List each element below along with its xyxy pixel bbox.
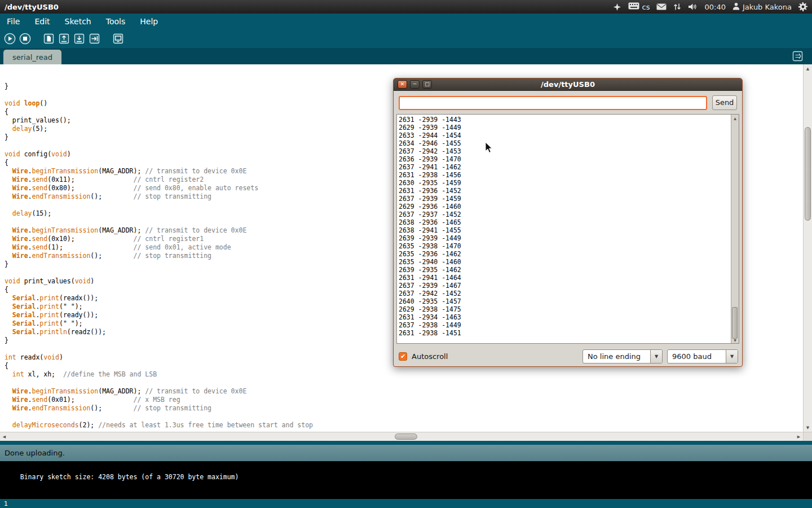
close-icon[interactable]: ✕ xyxy=(398,80,407,89)
scrollbar-corner xyxy=(803,432,812,441)
chevron-down-icon[interactable]: ▼ xyxy=(650,350,662,363)
code-line: Wire.send(0x01); // x MSB reg xyxy=(5,396,803,404)
volume-icon[interactable] xyxy=(688,3,698,11)
menu-help[interactable]: Help xyxy=(140,17,158,26)
code-line xyxy=(5,413,803,421)
tab-label: serial_read xyxy=(12,53,52,62)
serial-input-row: Send xyxy=(394,91,742,110)
autoscroll-label: Autoscroll xyxy=(412,352,448,361)
separator-strip xyxy=(0,441,812,445)
session-gear-icon[interactable] xyxy=(798,2,807,11)
serial-line: 2639 -2939 -1449 xyxy=(399,234,731,242)
serial-line: 2631 -2939 -1443 xyxy=(399,116,731,124)
serial-input[interactable] xyxy=(399,96,707,110)
menubar: File Edit Sketch Tools Help xyxy=(0,14,812,29)
scroll-left-arrow-icon[interactable]: ◀ xyxy=(0,432,8,441)
line-ending-dropdown[interactable]: No line ending ▼ xyxy=(582,349,663,364)
panel-window-title: /dev/ttyUSB0 xyxy=(5,3,59,11)
scroll-up-arrow-icon[interactable]: ▲ xyxy=(731,115,739,121)
serial-line: 2631 -2938 -1451 xyxy=(399,329,731,337)
menu-edit[interactable]: Edit xyxy=(34,17,50,26)
user-icon xyxy=(732,2,740,12)
serial-line: 2637 -2938 -1449 xyxy=(399,321,731,329)
editor-vertical-scrollbar[interactable]: ▲ ▼ xyxy=(803,64,812,432)
keyboard-icon xyxy=(628,2,639,11)
serial-monitor-controls: ✔ Autoscroll No line ending ▼ 9600 baud … xyxy=(396,348,739,365)
top-panel: /dev/ttyUSB0 cs 00:40 xyxy=(0,0,812,14)
line-number-bar: 1 xyxy=(0,499,812,508)
serial-line: 2635 -2940 -1460 xyxy=(399,258,731,266)
console-output: Binary sketch size: 4208 bytes (of a 307… xyxy=(0,461,812,499)
code-line: Wire.beginTransmission(MAG_ADDR); // tra… xyxy=(5,387,803,396)
new-sketch-button[interactable] xyxy=(43,33,55,45)
serial-line: 2631 -2936 -1452 xyxy=(399,187,731,195)
status-text: Done uploading. xyxy=(5,449,65,457)
tabbar: serial_read xyxy=(0,48,812,64)
serial-line: 2637 -2942 -1452 xyxy=(399,290,731,297)
serial-line: 2631 -2934 -1463 xyxy=(399,313,731,321)
mouse-cursor xyxy=(485,142,493,156)
baud-rate-value: 9600 baud xyxy=(668,350,726,363)
chevron-down-icon[interactable]: ▼ xyxy=(726,350,738,363)
window-controls: ✕ ─ □ xyxy=(398,80,432,89)
serial-monitor-window: /dev/ttyUSB0 ✕ ─ □ Send 2631 -2939 -1443… xyxy=(393,78,743,367)
serial-line: 2629 -2938 -1475 xyxy=(399,305,731,313)
network-transfer-icon[interactable] xyxy=(673,3,681,11)
serial-line: 2636 -2939 -1470 xyxy=(399,155,731,163)
serial-scroll-thumb[interactable] xyxy=(732,307,738,339)
serial-monitor-button[interactable] xyxy=(112,33,124,45)
serial-line: 2631 -2938 -1456 xyxy=(399,171,731,179)
code-line: delayMicroseconds(2); //needs at least 1… xyxy=(5,421,803,430)
open-sketch-button[interactable] xyxy=(58,33,70,45)
editor-hscroll-thumb[interactable] xyxy=(395,433,417,440)
scroll-down-arrow-icon[interactable]: ▼ xyxy=(731,336,739,343)
keyboard-layout-label: cs xyxy=(642,3,650,11)
tab-serial-read[interactable]: serial_read xyxy=(3,50,61,64)
stop-button[interactable] xyxy=(19,33,31,45)
upload-button[interactable] xyxy=(89,33,100,45)
panel-indicators: cs 00:40 Jakub Kakona xyxy=(613,2,807,12)
editor-horizontal-scrollbar[interactable]: ◀ ▶ xyxy=(0,432,803,441)
tab-menu-button[interactable] xyxy=(792,51,803,62)
mail-icon[interactable] xyxy=(656,3,667,10)
line-number: 1 xyxy=(4,500,8,507)
indicator-icon[interactable] xyxy=(613,3,621,11)
serial-line: 2634 -2946 -1455 xyxy=(399,139,731,147)
minimize-icon[interactable]: ─ xyxy=(410,80,420,89)
serial-line: 2629 -2936 -1460 xyxy=(399,203,731,211)
serial-line: 2638 -2941 -1455 xyxy=(399,226,731,234)
serial-line: 2637 -2942 -1453 xyxy=(399,147,731,155)
user-menu[interactable]: Jakub Kakona xyxy=(732,2,792,12)
clock-indicator[interactable]: 00:40 xyxy=(704,3,725,11)
scroll-down-arrow-icon[interactable]: ▼ xyxy=(804,423,812,432)
verify-button[interactable] xyxy=(4,33,16,45)
serial-line: 2629 -2939 -1449 xyxy=(399,124,731,132)
serial-line: 2640 -2935 -1457 xyxy=(399,297,731,305)
baud-rate-dropdown[interactable]: 9600 baud ▼ xyxy=(667,349,738,364)
scroll-up-arrow-icon[interactable]: ▲ xyxy=(804,64,812,73)
code-line xyxy=(5,379,803,387)
serial-line: 2630 -2935 -1459 xyxy=(399,179,731,187)
serial-monitor-titlebar[interactable]: /dev/ttyUSB0 ✕ ─ □ xyxy=(394,78,742,91)
save-sketch-button[interactable] xyxy=(73,33,85,45)
serial-line: 2637 -2941 -1462 xyxy=(399,163,731,171)
toolbar xyxy=(0,29,812,48)
desktop: /dev/ttyUSB0 cs 00:40 xyxy=(0,0,812,508)
keyboard-layout-indicator[interactable]: cs xyxy=(628,2,650,11)
scroll-right-arrow-icon[interactable]: ▶ xyxy=(795,432,803,441)
menu-sketch[interactable]: Sketch xyxy=(65,17,91,26)
menu-file[interactable]: File xyxy=(7,17,20,26)
serial-monitor-title: /dev/ttyUSB0 xyxy=(394,80,742,89)
autoscroll-checkbox[interactable]: ✔ xyxy=(399,352,407,361)
serial-output-scrollbar[interactable]: ▲ ▼ xyxy=(731,115,739,343)
code-line: int xl, xh; //define the MSB and LSB xyxy=(5,370,803,379)
maximize-icon[interactable]: □ xyxy=(422,80,432,89)
serial-line: 2635 -2938 -1470 xyxy=(399,242,731,250)
serial-line: 2637 -2937 -1452 xyxy=(399,211,731,218)
serial-line: 2638 -2936 -1465 xyxy=(399,218,731,226)
send-button[interactable]: Send xyxy=(712,95,737,110)
line-ending-value: No line ending xyxy=(583,350,650,363)
username-label: Jakub Kakona xyxy=(743,3,792,11)
editor-vscroll-thumb[interactable] xyxy=(805,127,811,221)
menu-tools[interactable]: Tools xyxy=(106,17,126,26)
